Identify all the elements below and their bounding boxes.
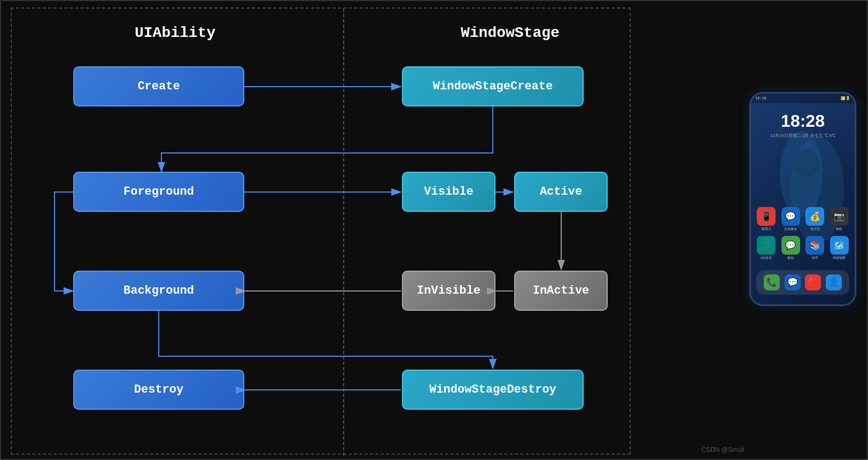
watermark: CSDN @Smull <box>701 446 744 454</box>
dock-item-1: 📞 <box>764 274 780 290</box>
app-label-4: 相机 <box>830 227 850 232</box>
dock-icon-1: 📞 <box>764 274 780 290</box>
phone-date: 12月19日星期二 2月 在七七 ℃-9℃ <box>751 133 855 139</box>
node-background: Background <box>73 271 244 311</box>
diagram-area: UIAbility WindowStage Create Foreground … <box>11 7 631 455</box>
app-icon-4: 📷 <box>830 207 849 226</box>
app-item-2: 💬 企业微信 <box>781 207 801 232</box>
app-icon-8: 🗺️ <box>830 236 849 255</box>
phone-dock: 📞 💬 ⭕ 👤 <box>756 270 849 295</box>
phone-status-time: 18:28 <box>755 96 766 101</box>
dock-item-3: ⭕ <box>805 274 821 290</box>
phone-status-bar: 18:28 📶🔋 <box>751 94 855 103</box>
node-create: Create <box>73 66 244 106</box>
dock-icon-2: 💬 <box>785 274 801 290</box>
app-item-8: 🗺️ 高德地图 <box>830 236 850 260</box>
node-wscreate: WindowStageCreate <box>402 66 584 106</box>
phone-screen: 18:28 📶🔋 18:28 12月19日星期二 2月 在七七 ℃-9℃ 📱 联… <box>751 94 855 304</box>
phone-content: 18:28 📶🔋 18:28 12月19日星期二 2月 在七七 ℃-9℃ 📱 联… <box>751 94 855 295</box>
phone-mockup: 18:28 📶🔋 18:28 12月19日星期二 2月 在七七 ℃-9℃ 📱 联… <box>749 92 856 306</box>
app-item-1: 📱 联系人 <box>756 207 777 232</box>
app-icon-1: 📱 <box>757 207 776 226</box>
app-label-7: 知乎 <box>805 256 825 260</box>
app-label-1: 联系人 <box>756 227 777 232</box>
app-item-3: 💰 支付宝 <box>805 207 825 232</box>
main-container: UIAbility WindowStage Create Foreground … <box>0 0 868 460</box>
app-icon-5: 🎵 <box>757 236 776 255</box>
app-label-6: 微信 <box>781 256 801 260</box>
node-wsdestroy: WindowStageDestroy <box>402 370 584 410</box>
app-icon-7: 📚 <box>805 236 824 255</box>
app-label-3: 支付宝 <box>805 227 825 232</box>
phone-status-icons: 📶🔋 <box>841 96 850 101</box>
node-active: Active <box>514 172 608 212</box>
dock-icon-3: ⭕ <box>805 274 821 290</box>
app-item-5: 🎵 QQ音乐 <box>756 236 777 260</box>
app-label-8: 高德地图 <box>830 256 850 260</box>
node-destroy: Destroy <box>73 370 244 410</box>
app-icon-3: 💰 <box>805 207 824 226</box>
dock-item-4: 👤 <box>826 274 842 290</box>
phone-apps-grid: 📱 联系人 💬 企业微信 💰 支付宝 📷 相机 <box>751 203 855 265</box>
node-invisible: InVisible <box>402 271 495 311</box>
node-visible: Visible <box>402 172 495 212</box>
phone-time: 18:28 <box>751 111 855 131</box>
dock-icon-4: 👤 <box>826 274 842 290</box>
app-item-7: 📚 知乎 <box>805 236 825 260</box>
dock-item-2: 💬 <box>785 274 801 290</box>
app-label-2: 企业微信 <box>781 227 801 232</box>
app-icon-6: 💬 <box>781 236 800 255</box>
windowstage-title: WindowStage <box>461 25 560 41</box>
app-label-5: QQ音乐 <box>756 256 777 260</box>
node-foreground: Foreground <box>73 172 244 212</box>
vertical-divider <box>343 9 344 456</box>
app-icon-2: 💬 <box>781 207 800 226</box>
uiability-title: UIAbility <box>135 25 215 41</box>
app-item-4: 📷 相机 <box>830 207 850 232</box>
node-inactive: InActive <box>514 271 608 311</box>
app-item-6: 💬 微信 <box>781 236 801 260</box>
